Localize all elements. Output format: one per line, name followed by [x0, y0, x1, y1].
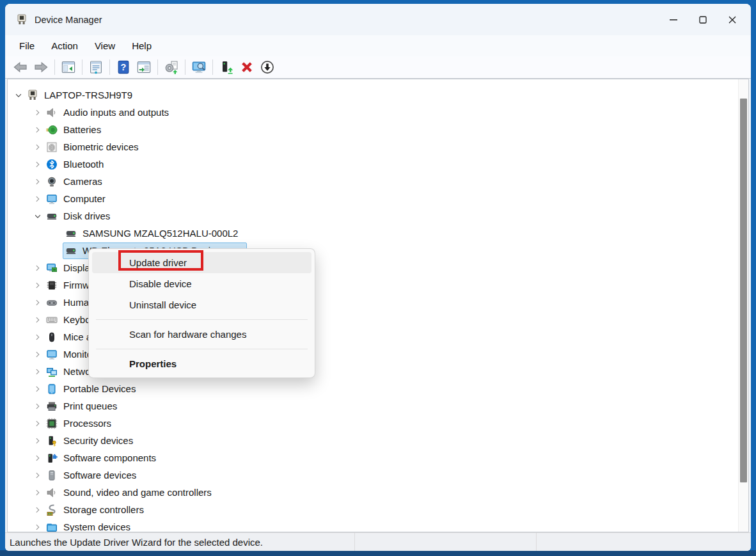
tree-item-body[interactable]: Software devices: [43, 467, 141, 484]
tree-item-body[interactable]: Processors: [43, 415, 116, 432]
help-button[interactable]: ?: [114, 58, 133, 76]
tree-item[interactable]: Audio inputs and outputs: [8, 104, 748, 121]
chevron-right-icon[interactable]: [32, 332, 43, 342]
scan-for-hardware-changes-button[interactable]: [189, 58, 209, 76]
export-list-button[interactable]: [134, 58, 154, 76]
tree-item[interactable]: Portable Devices: [8, 380, 748, 397]
tree-item-body[interactable]: Cameras: [43, 173, 107, 190]
tree-item-label: System devices: [63, 521, 130, 532]
chevron-right-icon[interactable]: [32, 384, 43, 394]
tree-item[interactable]: Software devices: [8, 466, 748, 484]
tree-item-body[interactable]: Bluetooth: [43, 156, 108, 173]
menu-view[interactable]: View: [88, 38, 122, 54]
tree-item[interactable]: Sound, video and game controllers: [8, 484, 748, 501]
chevron-down-icon[interactable]: [32, 211, 43, 221]
tree-item-body[interactable]: Computer: [43, 191, 110, 207]
tree-item[interactable]: Disk drives: [8, 207, 748, 225]
chevron-right-icon[interactable]: [32, 159, 43, 170]
forward-button[interactable]: [31, 58, 51, 76]
maximize-button[interactable]: [688, 9, 718, 31]
chevron-right-icon[interactable]: [32, 125, 43, 135]
chevron-right-icon[interactable]: [32, 280, 43, 290]
tree-item-body[interactable]: Audio inputs and outputs: [43, 104, 173, 121]
toolbar-separator: [157, 60, 158, 75]
tree-item[interactable]: Computer: [8, 190, 748, 207]
chevron-right-icon[interactable]: [32, 298, 43, 308]
context-menu-item-properties[interactable]: Properties: [92, 353, 311, 374]
chevron-right-icon[interactable]: [32, 107, 43, 118]
tree-item[interactable]: Storage controllers: [8, 501, 748, 518]
tree-item[interactable]: Security devices: [8, 432, 748, 449]
tree-item-body[interactable]: Storage controllers: [43, 502, 148, 518]
tree-item-body[interactable]: Security devices: [43, 433, 138, 449]
tree-item[interactable]: Print queues: [8, 397, 748, 415]
context-menu-item-label: Scan for hardware changes: [129, 329, 246, 340]
tree-item-body[interactable]: Sound, video and game controllers: [43, 484, 216, 501]
uninstall-device-button[interactable]: [237, 58, 256, 76]
context-menu-item-disable-device[interactable]: Disable device: [92, 273, 311, 294]
export-list-icon: [136, 60, 152, 75]
tree-item[interactable]: LAPTOP-TRSJH9T9: [8, 86, 748, 104]
chevron-spacer: [51, 246, 63, 256]
chevron-right-icon[interactable]: [32, 263, 43, 273]
context-menu-item-update-driver[interactable]: Update driver: [92, 252, 311, 273]
mouse-icon: [45, 331, 58, 344]
tree-item-body[interactable]: Biometric devices: [43, 139, 143, 155]
tree-item-body[interactable]: Disk drives: [43, 208, 114, 225]
show-hide-console-tree-button[interactable]: [59, 58, 78, 76]
context-menu-item-uninstall-device[interactable]: Uninstall device: [92, 294, 311, 315]
menu-action[interactable]: Action: [45, 38, 84, 54]
maximize-icon: [697, 13, 709, 26]
close-button[interactable]: [718, 9, 747, 31]
tree-item[interactable]: Batteries: [8, 121, 748, 138]
chevron-right-icon[interactable]: [32, 349, 43, 360]
tree-item[interactable]: System devices: [8, 518, 748, 532]
chevron-right-icon[interactable]: [32, 522, 43, 532]
device-manager-icon: [15, 13, 28, 26]
status-text: Launches the Update Driver Wizard for th…: [10, 537, 263, 548]
tree-item-label: Print queues: [63, 401, 117, 411]
tree-item-body[interactable]: Batteries: [43, 122, 106, 138]
tree-item-body[interactable]: Software components: [43, 450, 161, 466]
tree-item[interactable]: Bluetooth: [8, 155, 748, 173]
chevron-right-icon[interactable]: [32, 505, 43, 515]
win-props-icon: [88, 60, 104, 75]
scrollbar-thumb[interactable]: [740, 99, 747, 482]
update-driver-software-button[interactable]: [162, 58, 181, 76]
back-button[interactable]: [11, 58, 30, 76]
printer-icon: [45, 400, 58, 413]
context-menu-item-scan-for-hardware-changes[interactable]: Scan for hardware changes: [92, 324, 311, 345]
update-device-driver-button[interactable]: [217, 58, 236, 76]
chevron-right-icon[interactable]: [32, 177, 43, 187]
chevron-right-icon[interactable]: [32, 453, 43, 463]
tree-item-body[interactable]: System devices: [43, 519, 135, 533]
menu-file[interactable]: File: [13, 38, 41, 54]
minimize-button[interactable]: [659, 9, 688, 31]
chevron-right-icon[interactable]: [32, 436, 43, 446]
chevron-right-icon[interactable]: [32, 315, 43, 325]
chevron-right-icon[interactable]: [32, 142, 43, 152]
tree-item-body[interactable]: Portable Devices: [43, 381, 140, 397]
tree-item-body[interactable]: Print queues: [43, 398, 122, 415]
chevron-right-icon[interactable]: [32, 194, 43, 204]
tree-item-label: Batteries: [63, 124, 101, 135]
chevron-right-icon[interactable]: [32, 470, 43, 481]
disable-device-button[interactable]: [258, 58, 277, 76]
tree-item[interactable]: Software components: [8, 449, 748, 466]
tree-item-body[interactable]: LAPTOP-TRSJH9T9: [24, 87, 137, 104]
chevron-right-icon[interactable]: [32, 367, 43, 377]
vertical-scrollbar[interactable]: [738, 79, 748, 532]
properties-button[interactable]: [86, 58, 106, 76]
context-menu: Update driverDisable deviceUninstall dev…: [88, 248, 315, 378]
tree-item[interactable]: Cameras: [8, 173, 748, 190]
chevron-right-icon[interactable]: [32, 401, 43, 411]
tree-item[interactable]: Biometric devices: [8, 138, 748, 155]
tree-item[interactable]: Processors: [8, 415, 748, 432]
tree-item-body[interactable]: SAMSUNG MZALQ512HALU-000L2: [63, 225, 242, 242]
chevron-right-icon[interactable]: [32, 488, 43, 498]
chevron-down-icon[interactable]: [13, 90, 24, 100]
status-bar: Launches the Update Driver Wizard for th…: [5, 532, 751, 551]
menu-help[interactable]: Help: [125, 38, 158, 54]
tree-item[interactable]: SAMSUNG MZALQ512HALU-000L2: [8, 225, 748, 242]
chevron-right-icon[interactable]: [32, 418, 43, 429]
